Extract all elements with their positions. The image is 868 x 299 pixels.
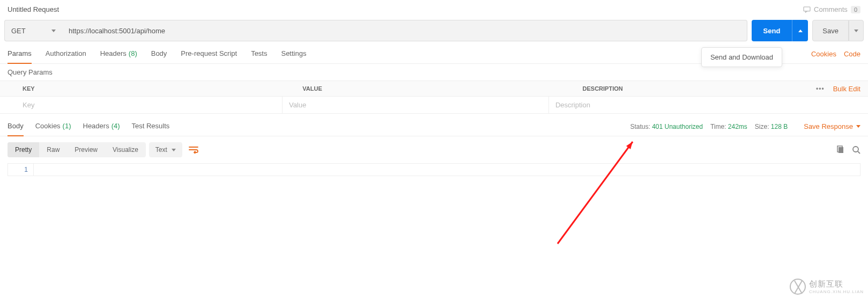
view-pretty[interactable]: Pretty [8,142,39,157]
resp-tab-cookies-count: (1) [63,122,71,130]
resp-tab-headers-label: Headers [83,122,109,130]
status-block: Status: 401 Unauthorized [630,123,702,130]
view-visualize[interactable]: Visualize [105,142,146,157]
http-method-select[interactable]: GET [4,20,62,41]
tab-headers[interactable]: Headers (8) [100,45,137,64]
cookies-link[interactable]: Cookies [811,50,836,58]
tab-headers-count: (8) [129,49,137,57]
resp-tab-cookies-label: Cookies [35,122,61,130]
chevron-up-icon [798,30,803,32]
chevron-down-icon [172,149,176,151]
size-block: Size: 128 B [755,123,788,130]
comment-icon [803,6,811,13]
time-value: 242ms [728,123,747,130]
time-label: Time: [710,123,726,130]
code-link[interactable]: Code [844,50,860,58]
size-value: 128 B [771,123,788,130]
format-select[interactable]: Text [149,142,182,157]
copy-icon[interactable] [836,145,844,154]
tab-headers-label: Headers [100,49,127,57]
status-label: Status: [630,123,650,130]
svg-point-3 [853,147,858,152]
comments-count-badge: 0 [851,6,860,13]
send-dropdown-toggle[interactable] [792,20,808,41]
request-title[interactable]: Untitled Request [8,5,59,13]
svg-line-4 [858,151,860,154]
search-icon[interactable] [852,145,860,154]
param-value-input[interactable]: Value [282,97,548,113]
http-method-value: GET [11,27,26,35]
resp-tab-headers-count: (4) [112,122,120,130]
watermark: 创新互联 CHUANG.XIN.HU.LIAN [790,279,864,295]
send-dropdown-menu: Send and Download [701,47,782,67]
tab-params[interactable]: Params [8,45,32,64]
resp-tab-testresults[interactable]: Test Results [132,117,170,136]
size-label: Size: [755,123,769,130]
view-raw[interactable]: Raw [39,142,67,157]
format-value: Text [155,146,167,154]
comments-button[interactable]: Comments 0 [803,5,860,13]
tab-tests[interactable]: Tests [251,45,267,64]
save-response-label: Save Response [804,122,853,130]
save-dropdown-toggle[interactable] [849,20,864,41]
tab-prerequest[interactable]: Pre-request Script [181,45,237,64]
save-button[interactable]: Save [812,20,849,41]
tab-authorization[interactable]: Authorization [46,45,86,64]
bulk-edit-link[interactable]: Bulk Edit [833,85,860,93]
resp-tab-cookies[interactable]: Cookies (1) [35,117,71,136]
tab-body[interactable]: Body [151,45,167,64]
svg-rect-2 [839,147,843,153]
status-value: 401 Unauthorized [652,123,703,130]
chevron-down-icon [854,30,858,32]
view-preview[interactable]: Preview [67,142,105,157]
code-content [34,164,860,176]
param-key-input[interactable]: Key [16,97,282,113]
chevron-down-icon [856,125,860,128]
chevron-down-icon [51,30,56,32]
line-number: 1 [8,164,34,176]
more-icon[interactable]: ••• [816,85,825,92]
watermark-sub: CHUANG.XIN.HU.LIAN [809,289,864,294]
resp-tab-headers[interactable]: Headers (4) [83,117,120,136]
send-button[interactable]: Send [752,20,792,41]
url-input[interactable]: https://localhost:5001/api/home [62,20,747,41]
wrap-toggle[interactable] [186,142,202,158]
url-value: https://localhost:5001/api/home [69,27,165,35]
param-description-input[interactable]: Description [548,97,777,113]
column-header-key: KEY [16,81,296,96]
wrap-icon [189,146,198,154]
comments-label: Comments [814,5,848,13]
save-response-button[interactable]: Save Response [804,122,860,130]
tab-settings[interactable]: Settings [281,45,306,64]
time-block: Time: 242ms [710,123,747,130]
column-header-description: DESCRIPTION [576,81,817,96]
column-header-value: VALUE [296,81,576,96]
svg-rect-0 [804,6,810,11]
response-editor[interactable]: 1 [8,163,860,176]
watermark-text: 创新互联 [809,279,864,289]
send-and-download-item[interactable]: Send and Download [710,53,773,61]
resp-tab-body[interactable]: Body [8,117,24,136]
